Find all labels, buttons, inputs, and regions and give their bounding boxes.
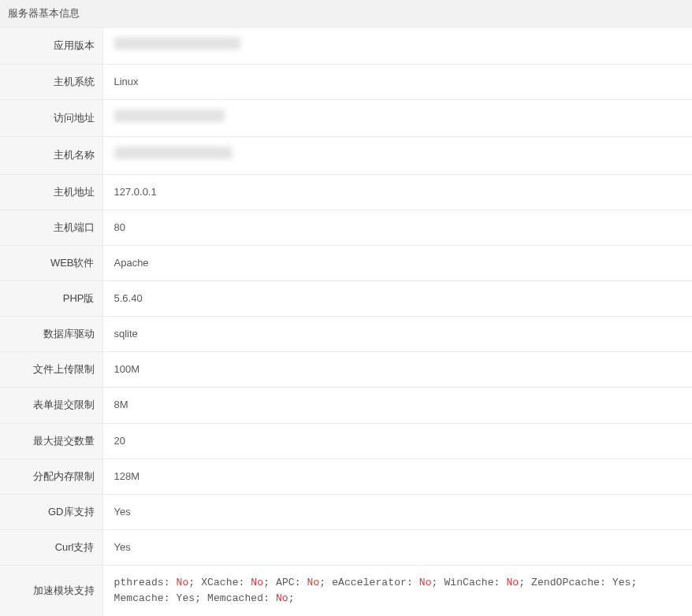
accel-item-sep: ;	[263, 577, 276, 588]
row-post-limit: 表单提交限制 8M	[0, 388, 692, 423]
value-host-name	[102, 137, 692, 174]
label-web-software: WEB软件	[0, 245, 102, 280]
label-host-os: 主机系统	[0, 65, 102, 100]
label-max-post-count: 最大提交数量	[0, 423, 102, 458]
row-web-software: WEB软件 Apache	[0, 245, 692, 280]
value-max-post-count: 20	[102, 423, 692, 458]
server-info-panel: 服务器基本信息 应用版本 主机系统 Linux 访问地址 主机名称	[0, 0, 692, 616]
row-app-version: 应用版本	[0, 28, 692, 65]
accel-item-name: APC:	[276, 577, 307, 588]
accel-item-status: No	[251, 577, 263, 588]
row-curl-support: Curl支持 Yes	[0, 529, 692, 565]
accel-item-sep: ;	[319, 577, 332, 588]
label-gd-support: GD库支持	[0, 494, 102, 529]
redacted-value	[114, 37, 240, 50]
accel-item-name: Memcache:	[114, 592, 177, 604]
row-host-name: 主机名称	[0, 137, 692, 174]
accel-item-name: WinCache:	[444, 577, 506, 588]
row-accel-modules: 加速模块支持 pthreads: No; XCache: No; APC: No…	[0, 566, 692, 616]
accel-item-status: No	[506, 577, 519, 588]
redacted-value	[114, 109, 225, 122]
row-db-driver: 数据库驱动 sqlite	[0, 317, 692, 352]
accel-item-sep: ;	[188, 577, 201, 588]
accel-item-sep: ;	[432, 577, 445, 588]
panel-header: 服务器基本信息	[0, 0, 692, 28]
row-php-ver: PHP版 5.6.40	[0, 280, 692, 316]
accel-item-status: Yes	[612, 577, 631, 588]
label-host-port: 主机端口	[0, 210, 102, 245]
label-access-url: 访问地址	[0, 100, 102, 137]
accel-item-sep: ;	[519, 577, 531, 588]
value-host-addr: 127.0.0.1	[102, 174, 692, 210]
value-host-os: Linux	[102, 65, 692, 100]
label-host-name: 主机名称	[0, 137, 102, 174]
row-max-post-count: 最大提交数量 20	[0, 423, 692, 458]
row-gd-support: GD库支持 Yes	[0, 494, 692, 529]
value-host-port: 80	[102, 210, 692, 245]
accel-item-status: No	[276, 592, 288, 604]
value-accel-modules: pthreads: No; XCache: No; APC: No; eAcce…	[102, 566, 692, 616]
row-host-addr: 主机地址 127.0.0.1	[0, 174, 692, 210]
row-host-port: 主机端口 80	[0, 210, 692, 245]
row-mem-limit: 分配内存限制 128M	[0, 458, 692, 494]
label-accel-modules: 加速模块支持	[0, 566, 102, 616]
label-db-driver: 数据库驱动	[0, 317, 102, 352]
label-curl-support: Curl支持	[0, 529, 102, 565]
accel-item-name: ZendOPcache:	[531, 577, 612, 588]
accel-item-status: No	[307, 577, 320, 588]
label-app-version: 应用版本	[0, 28, 102, 65]
accel-item-sep: ;	[288, 592, 295, 604]
value-app-version	[102, 28, 692, 65]
value-gd-support: Yes	[102, 494, 692, 529]
label-php-ver: PHP版	[0, 280, 102, 316]
accel-item-name: eAccelerator:	[332, 577, 419, 588]
value-upload-limit: 100M	[102, 352, 692, 388]
label-post-limit: 表单提交限制	[0, 388, 102, 423]
value-curl-support: Yes	[102, 529, 692, 565]
value-access-url	[102, 100, 692, 137]
row-host-os: 主机系统 Linux	[0, 65, 692, 100]
accel-item-name: Memcached:	[207, 592, 276, 604]
value-post-limit: 8M	[102, 388, 692, 423]
row-upload-limit: 文件上传限制 100M	[0, 352, 692, 388]
value-mem-limit: 128M	[102, 458, 692, 494]
label-host-addr: 主机地址	[0, 174, 102, 210]
accel-item-name: XCache:	[201, 577, 251, 588]
value-db-driver: sqlite	[102, 317, 692, 352]
accel-item-sep: ;	[631, 577, 637, 588]
info-table: 应用版本 主机系统 Linux 访问地址 主机名称	[0, 28, 692, 616]
label-upload-limit: 文件上传限制	[0, 352, 102, 388]
accel-item-name: pthreads:	[114, 577, 177, 588]
row-access-url: 访问地址	[0, 100, 692, 137]
accel-item-status: Yes	[177, 592, 195, 604]
redacted-value	[114, 147, 233, 159]
label-mem-limit: 分配内存限制	[0, 458, 102, 494]
value-php-ver: 5.6.40	[102, 280, 692, 316]
accel-item-status: No	[419, 577, 432, 588]
accel-item-sep: ;	[195, 592, 207, 604]
accel-item-status: No	[177, 577, 189, 588]
value-web-software: Apache	[102, 245, 692, 280]
